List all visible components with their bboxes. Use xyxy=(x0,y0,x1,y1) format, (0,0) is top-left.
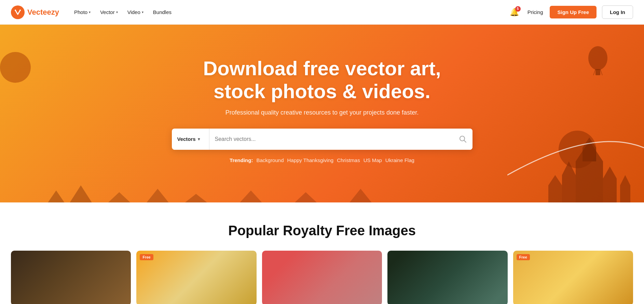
svg-marker-25 xyxy=(350,189,371,202)
trending-happy-thanksgiving[interactable]: Happy Thanksgiving xyxy=(287,157,334,163)
nav-photo[interactable]: Photo ▾ xyxy=(70,6,95,18)
image-card-2[interactable]: Free xyxy=(136,251,256,304)
small-spires xyxy=(20,175,514,202)
signup-button[interactable]: Sign Up Free xyxy=(550,6,597,18)
image-card-4[interactable] xyxy=(387,251,507,304)
site-header: Vecteezy Photo ▾ Vector ▾ Video ▾ Bundle… xyxy=(0,0,644,25)
nav-bundles[interactable]: Bundles xyxy=(149,6,176,18)
trending-label: Trending: xyxy=(230,157,253,163)
trending-ukraine-flag[interactable]: Ukraine Flag xyxy=(385,157,414,163)
image-grid: Free Free xyxy=(11,251,633,304)
trending-christmas[interactable]: Christmas xyxy=(337,157,360,163)
hero-title: Download free vector art, stock photos &… xyxy=(186,57,459,103)
decorative-circle-bottom xyxy=(559,131,596,168)
trending-us-map[interactable]: US Map xyxy=(364,157,382,163)
image-card-5[interactable]: Free xyxy=(513,251,633,304)
svg-marker-23 xyxy=(240,190,262,202)
image-card-1[interactable] xyxy=(11,251,131,304)
chevron-down-icon: ▾ xyxy=(116,10,118,14)
chevron-down-icon: ▾ xyxy=(198,137,200,142)
svg-rect-12 xyxy=(603,179,617,202)
image-card-3[interactable] xyxy=(262,251,382,304)
svg-marker-21 xyxy=(147,189,168,202)
svg-marker-24 xyxy=(295,192,317,202)
hero-subtitle: Professional quality creative resources … xyxy=(225,109,419,116)
notifications-bell[interactable]: 🔔 5 xyxy=(508,6,521,18)
svg-point-2 xyxy=(588,46,607,70)
trending-section: Trending: Background Happy Thanksgiving … xyxy=(230,157,414,163)
popular-title: Popular Royalty Free Images xyxy=(11,223,633,238)
trending-background[interactable]: Background xyxy=(256,157,284,163)
logo-text: Vecteezy xyxy=(27,8,59,17)
svg-line-27 xyxy=(464,140,466,142)
svg-point-0 xyxy=(15,10,16,11)
svg-rect-3 xyxy=(595,69,600,75)
free-badge: Free xyxy=(140,254,153,260)
svg-line-5 xyxy=(600,69,602,75)
svg-marker-17 xyxy=(548,175,562,185)
svg-rect-10 xyxy=(562,175,576,202)
svg-point-1 xyxy=(19,10,21,11)
svg-rect-16 xyxy=(548,185,562,202)
login-button[interactable]: Log In xyxy=(602,5,633,19)
svg-marker-13 xyxy=(603,167,617,179)
search-type-dropdown[interactable]: Vectors ▾ xyxy=(172,129,209,150)
search-button[interactable] xyxy=(453,129,472,150)
main-nav: Photo ▾ Vector ▾ Video ▾ Bundles xyxy=(70,6,508,18)
nav-video[interactable]: Video ▾ xyxy=(123,6,148,18)
chevron-down-icon: ▾ xyxy=(89,10,91,14)
hero-section: Download free vector art, stock photos &… xyxy=(0,25,644,202)
svg-marker-15 xyxy=(620,175,630,185)
svg-marker-19 xyxy=(70,185,92,202)
hot-air-balloon xyxy=(586,45,610,84)
search-input[interactable] xyxy=(209,129,453,150)
search-bar: Vectors ▾ xyxy=(172,129,472,150)
logo-icon xyxy=(11,5,25,19)
search-type-label: Vectors xyxy=(177,136,196,142)
svg-marker-18 xyxy=(48,190,64,202)
free-badge: Free xyxy=(517,254,530,260)
pricing-link[interactable]: Pricing xyxy=(526,6,545,18)
logo-link[interactable]: Vecteezy xyxy=(11,5,59,19)
nav-vector[interactable]: Vector ▾ xyxy=(96,6,122,18)
search-icon xyxy=(459,135,467,143)
svg-rect-14 xyxy=(620,185,630,202)
svg-line-4 xyxy=(593,69,595,75)
svg-marker-22 xyxy=(185,194,207,202)
popular-section: Popular Royalty Free Images Free Free xyxy=(0,202,644,304)
decorative-circle-left xyxy=(0,52,31,83)
svg-marker-20 xyxy=(108,192,130,202)
header-right: 🔔 5 Pricing Sign Up Free Log In xyxy=(508,5,633,19)
chevron-down-icon: ▾ xyxy=(142,10,143,14)
notification-badge: 5 xyxy=(515,6,521,12)
